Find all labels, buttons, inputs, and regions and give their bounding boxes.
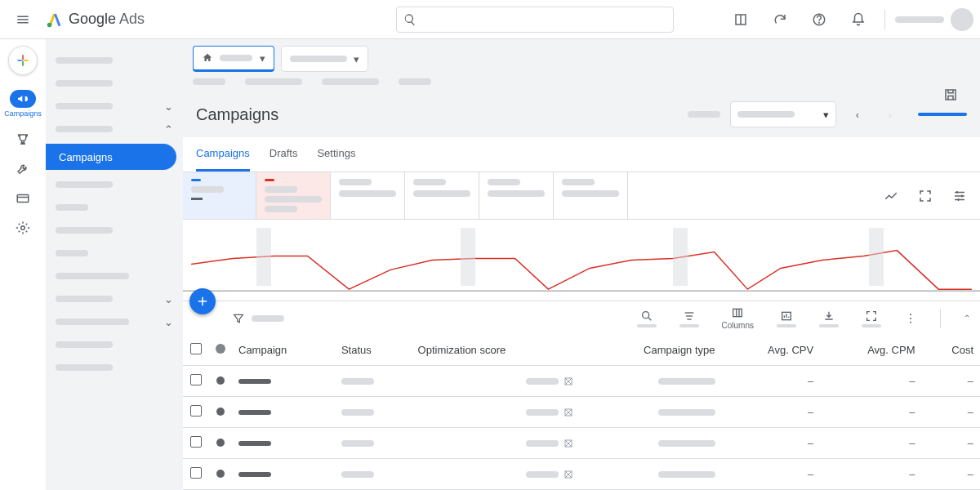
help-icon[interactable] bbox=[803, 3, 835, 36]
col-avg-cpm[interactable]: Avg. CPM bbox=[820, 335, 921, 366]
sidebar-item-label: Campaigns bbox=[59, 151, 113, 163]
status-placeholder bbox=[341, 440, 374, 447]
plus-icon bbox=[15, 52, 31, 69]
create-button[interactable] bbox=[8, 46, 38, 75]
rail-tools[interactable] bbox=[7, 162, 39, 176]
campaigns-table: Campaign Status Optimization score Campa… bbox=[183, 335, 980, 490]
na-icon bbox=[564, 376, 573, 386]
sidebar-item[interactable]: ⌄ bbox=[46, 95, 183, 118]
add-campaign-button[interactable] bbox=[189, 288, 216, 314]
rail-campaigns[interactable]: Campaigns bbox=[7, 90, 39, 118]
segment-icon[interactable] bbox=[679, 310, 699, 327]
sidebar-item[interactable] bbox=[46, 173, 183, 196]
rail-goals[interactable] bbox=[7, 132, 39, 147]
cell-avg-cpv: – bbox=[722, 366, 821, 397]
na-icon bbox=[564, 470, 573, 479]
table-row[interactable]: ––– bbox=[183, 366, 980, 397]
refresh-icon[interactable] bbox=[764, 3, 796, 36]
tab-campaigns[interactable]: Campaigns bbox=[196, 137, 250, 172]
sidebar-item[interactable]: ⌄ bbox=[46, 287, 183, 310]
table-search-icon[interactable] bbox=[637, 310, 657, 327]
rail-admin[interactable] bbox=[7, 220, 39, 235]
avatar[interactable] bbox=[951, 8, 973, 31]
status-placeholder bbox=[341, 471, 374, 478]
save-view-icon[interactable] bbox=[934, 78, 967, 111]
date-range-select[interactable]: ▾ bbox=[730, 101, 836, 127]
scorecard[interactable] bbox=[554, 172, 628, 219]
gear-icon bbox=[16, 220, 30, 235]
scorecard-selected[interactable] bbox=[183, 172, 256, 219]
status-header-icon bbox=[216, 344, 225, 354]
scope-select[interactable]: ▾ bbox=[281, 46, 368, 72]
adjust-icon[interactable] bbox=[952, 189, 967, 203]
breadcrumb bbox=[183, 78, 980, 91]
notifications-icon[interactable] bbox=[842, 3, 875, 36]
chart-type-icon[interactable] bbox=[884, 189, 898, 203]
account-select[interactable]: ▾ bbox=[193, 46, 274, 72]
columns-button[interactable]: Columns bbox=[722, 306, 754, 330]
time-series-chart bbox=[183, 220, 980, 301]
scorecard[interactable] bbox=[331, 172, 405, 219]
divider bbox=[940, 309, 941, 328]
sidebar-item[interactable]: ⌄ bbox=[46, 310, 183, 333]
sidebar-item[interactable] bbox=[46, 219, 183, 242]
col-cost[interactable]: Cost bbox=[921, 335, 980, 366]
sidebar-item[interactable] bbox=[46, 72, 183, 95]
scorecard[interactable] bbox=[479, 172, 554, 219]
row-checkbox[interactable] bbox=[190, 436, 202, 448]
row-checkbox[interactable] bbox=[190, 467, 202, 479]
score-placeholder bbox=[526, 378, 559, 385]
prev-period-button[interactable]: ‹ bbox=[846, 103, 869, 126]
scorecard[interactable] bbox=[405, 172, 479, 219]
col-opt-score[interactable]: Optimization score bbox=[412, 335, 581, 366]
cell-cost: – bbox=[921, 428, 980, 459]
expand-icon[interactable] bbox=[918, 189, 933, 203]
table-row[interactable]: ––– bbox=[183, 428, 980, 459]
sidebar-item[interactable] bbox=[46, 242, 183, 265]
cell-avg-cpm: – bbox=[820, 428, 921, 459]
campaign-name-placeholder bbox=[238, 441, 271, 446]
expand-table-icon[interactable] bbox=[862, 310, 881, 327]
svg-rect-5 bbox=[17, 195, 29, 203]
sidebar-item[interactable]: ⌃ bbox=[46, 118, 183, 140]
score-placeholder bbox=[526, 471, 559, 478]
tab-drafts[interactable]: Drafts bbox=[270, 137, 298, 172]
reports-icon[interactable] bbox=[777, 310, 796, 327]
cell-avg-cpv: – bbox=[722, 397, 821, 428]
sidebar-item[interactable] bbox=[46, 49, 183, 72]
filter-icon[interactable] bbox=[232, 312, 245, 325]
chevron-down-icon: ⌄ bbox=[164, 316, 173, 328]
more-icon[interactable] bbox=[904, 312, 917, 325]
caret-down-icon: ▾ bbox=[260, 52, 265, 65]
svg-point-10 bbox=[642, 311, 648, 318]
search-input[interactable] bbox=[396, 7, 674, 33]
sidebar-item[interactable] bbox=[46, 196, 183, 219]
columns-label: Columns bbox=[722, 321, 754, 330]
col-status[interactable]: Status bbox=[335, 335, 412, 366]
col-campaign[interactable]: Campaign bbox=[232, 335, 335, 366]
collapse-icon[interactable]: ⌃ bbox=[964, 314, 970, 323]
reports-icon[interactable] bbox=[724, 3, 757, 36]
row-checkbox[interactable] bbox=[190, 405, 202, 416]
download-icon[interactable] bbox=[819, 310, 839, 327]
tab-settings[interactable]: Settings bbox=[317, 137, 355, 172]
select-all-checkbox[interactable] bbox=[190, 343, 202, 354]
svg-line-11 bbox=[648, 318, 651, 320]
row-checkbox[interactable] bbox=[190, 374, 202, 385]
campaign-name-placeholder bbox=[238, 410, 271, 415]
rail-billing[interactable] bbox=[7, 191, 39, 206]
col-avg-cpv[interactable]: Avg. CPV bbox=[722, 335, 821, 366]
sidebar-item[interactable] bbox=[46, 356, 183, 379]
sidebar-campaigns-active[interactable]: Campaigns bbox=[46, 144, 176, 170]
scorecard[interactable] bbox=[256, 172, 331, 219]
table-row[interactable]: ––– bbox=[183, 397, 980, 428]
sidebar-item[interactable] bbox=[46, 333, 183, 356]
next-period-button[interactable]: › bbox=[879, 103, 902, 126]
col-type[interactable]: Campaign type bbox=[580, 335, 721, 366]
sidebar-item[interactable] bbox=[46, 265, 183, 287]
status-placeholder bbox=[341, 378, 374, 385]
active-indicator bbox=[918, 113, 967, 116]
table-row[interactable]: ––– bbox=[183, 459, 980, 490]
scope-placeholder bbox=[290, 56, 347, 62]
menu-button[interactable] bbox=[7, 3, 39, 36]
